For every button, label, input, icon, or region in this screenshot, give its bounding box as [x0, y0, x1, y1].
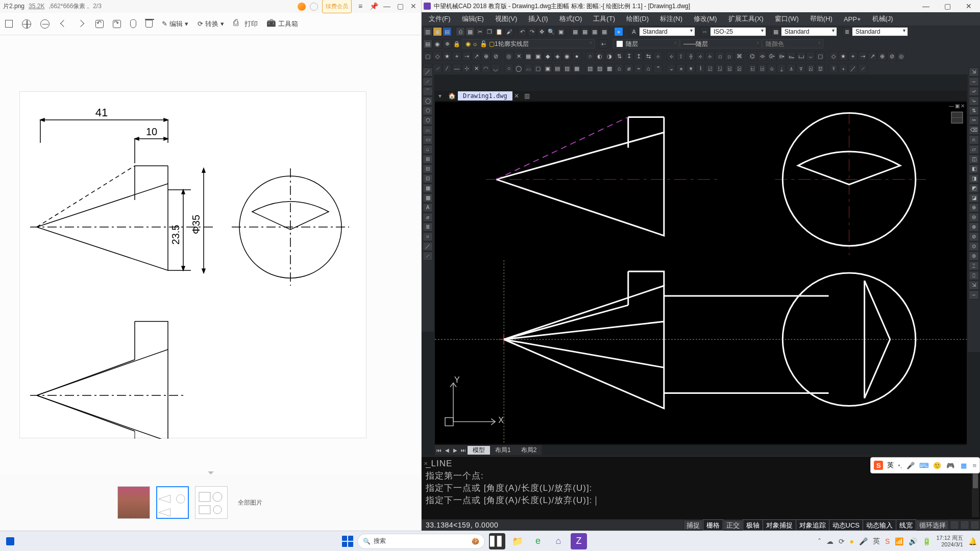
vtoolbar-icon[interactable]: ⬠ [423, 106, 433, 115]
ime-floating-bar[interactable]: S 英 •, 🎤 ⌨ 🙂 🎮 ▦ ≡ [870, 457, 980, 473]
toolbar-icon[interactable]: ⌆ [686, 64, 695, 73]
status-osnap[interactable]: 对象捕捉 [763, 520, 796, 530]
tray-cloud-icon[interactable]: ☁ [826, 537, 834, 545]
table4-icon[interactable]: ▦ [600, 27, 609, 36]
thumb-2[interactable] [156, 486, 189, 519]
status-grid[interactable]: 栅格 [703, 520, 723, 530]
ime-lang[interactable]: 英 [887, 461, 894, 470]
toolbar-icon[interactable]: ▧ [585, 64, 595, 73]
status-extra2-icon[interactable] [960, 520, 969, 530]
thumb-3[interactable] [195, 486, 228, 519]
vtoolbar-icon[interactable]: ⤾ [969, 87, 979, 96]
ime-more-icon[interactable]: ≡ [972, 462, 976, 469]
plot-combo[interactable]: 随颜色 [762, 39, 823, 48]
start-button[interactable] [342, 536, 353, 547]
toolbar-icon[interactable]: ✕ [472, 64, 481, 73]
toolbar-icon[interactable]: ⍃ [725, 64, 734, 73]
tray-mic-icon[interactable]: 🎤 [859, 537, 868, 545]
fit-icon[interactable] [5, 20, 13, 28]
menu-view[interactable]: 视图(V) [490, 14, 522, 23]
mlstyle-icon[interactable]: ≣ [842, 27, 851, 36]
toolbar-icon[interactable]: ▢ [816, 52, 825, 61]
status-dyn[interactable]: 动态输入 [863, 520, 896, 530]
toolbar-icon[interactable]: ⌀ [624, 64, 633, 73]
layermgr-icon[interactable]: ▤ [423, 39, 432, 48]
vtoolbar-icon[interactable]: ⊕ [969, 203, 979, 212]
toolbar-icon[interactable]: ▣ [533, 52, 543, 61]
vtoolbar-icon[interactable]: ↔ [969, 290, 979, 299]
toolbar-icon[interactable]: ▦ [524, 52, 533, 61]
toolbar-icon[interactable]: ◇ [829, 52, 838, 61]
menu-file[interactable]: 文件(F) [424, 14, 456, 23]
zoom-in-icon[interactable] [22, 19, 31, 29]
status-snap[interactable]: 捕捉 [683, 520, 703, 530]
menu-dim[interactable]: 标注(N) [655, 14, 688, 23]
menu-modify[interactable]: 修改(M) [689, 14, 722, 23]
ime-gamepad-icon[interactable]: 🎮 [946, 461, 955, 470]
table2-icon[interactable]: ▦ [580, 27, 590, 36]
toolbar-icon[interactable]: ⌂ [615, 64, 624, 73]
vtoolbar-icon[interactable]: ⌗ [423, 232, 433, 241]
rotate-right-icon[interactable] [113, 20, 121, 28]
toolbar-icon[interactable]: ★ [839, 52, 848, 61]
zoomw-icon[interactable]: ▣ [556, 27, 566, 36]
layout-last-icon[interactable]: ⏭ [459, 447, 468, 453]
delete-icon[interactable] [145, 20, 153, 28]
vtoolbar-icon[interactable]: ⇅ [969, 106, 979, 115]
tray-lang-icon[interactable]: 英 [873, 537, 880, 546]
toolbar-icon[interactable]: ∕ [443, 64, 452, 73]
matchprop-icon[interactable]: 🖌 [504, 27, 513, 36]
toolbar-icon[interactable]: ⟟ [676, 52, 685, 61]
layout-1[interactable]: 布局1 [490, 446, 516, 455]
toolbar-icon[interactable]: ◆ [543, 52, 552, 61]
vtoolbar-icon[interactable]: A [423, 203, 433, 212]
toolbar-icon[interactable]: ⟐ [653, 52, 663, 61]
color-combo[interactable]: 随层 [626, 40, 638, 48]
layout-prev-icon[interactable]: ◀ [443, 447, 451, 453]
toolbar-icon[interactable]: ⟥ [725, 52, 734, 61]
table-style-combo[interactable]: Standard [781, 27, 837, 36]
tray-sogou-icon[interactable]: S [885, 537, 890, 545]
vtoolbar-icon[interactable]: ⊞ [423, 155, 433, 164]
ime-mic-icon[interactable]: 🎤 [906, 461, 915, 470]
cursor-icon[interactable] [130, 19, 136, 28]
vtoolbar-icon[interactable]: ⌷ [969, 271, 979, 280]
vip-badge[interactable]: 续费会员 [322, 0, 352, 13]
toolbar-icon[interactable]: ⌓ [524, 64, 533, 73]
toolbar-icon[interactable]: ⟤ [715, 52, 724, 61]
toolbar-icon[interactable]: ⟡ [667, 52, 676, 61]
toolbar-icon[interactable]: ⊘ [491, 52, 500, 61]
taskview-icon[interactable]: ▋▋ [489, 533, 505, 549]
layout-2[interactable]: 布局2 [516, 446, 542, 455]
menu-window[interactable]: 窗口(W) [770, 14, 804, 23]
toolbar-icon[interactable]: ⟠ [686, 52, 695, 61]
toolbar-icon[interactable]: ⇆ [644, 52, 653, 61]
toolbar-icon[interactable]: ▨ [595, 64, 604, 73]
toolbar-icon[interactable]: ⌅ [676, 64, 685, 73]
vtoolbar-icon[interactable]: ▱ [969, 145, 979, 154]
layout-first-icon[interactable]: ⏮ [435, 447, 443, 453]
toolbar-icon[interactable]: ⍖ [839, 64, 848, 73]
toolbar-icon[interactable]: ⌵ [806, 52, 815, 61]
edit-button[interactable]: ✎ 编辑 ▾ [162, 19, 188, 29]
paste-icon[interactable]: 📋 [495, 27, 504, 36]
toolbar-icon[interactable]: ⟢ [696, 52, 705, 61]
vtoolbar-icon[interactable]: ⎌ [969, 135, 979, 144]
toolbar-icon[interactable]: ◑ [605, 52, 614, 61]
print-icon[interactable]: ⎙ [456, 27, 465, 36]
vtoolbar-icon[interactable]: ⟋ [423, 252, 433, 261]
viewer-minimize[interactable]: — [382, 0, 391, 13]
toolbar-icon[interactable]: ◎ [897, 52, 906, 61]
tab-drawing1[interactable]: Drawing1.dwg [458, 91, 512, 101]
toolbar-icon[interactable]: ⌃ [653, 64, 663, 73]
toolbar-icon[interactable]: ⊹ [462, 64, 471, 73]
vtoolbar-icon[interactable]: ⌒ [423, 87, 433, 96]
menu-format[interactable]: 格式(O) [554, 14, 587, 23]
toolbar-icon[interactable]: ★ [443, 52, 452, 61]
menu-mech[interactable]: 机械(J) [867, 14, 898, 23]
vtoolbar-icon[interactable]: ／ [423, 67, 433, 77]
toolbar-icon[interactable]: ↧ [624, 52, 633, 61]
thumb-1[interactable] [117, 486, 150, 519]
toolbar-icon[interactable]: ⟣ [705, 52, 715, 61]
tab-close-icon[interactable]: ✕ [512, 92, 521, 99]
